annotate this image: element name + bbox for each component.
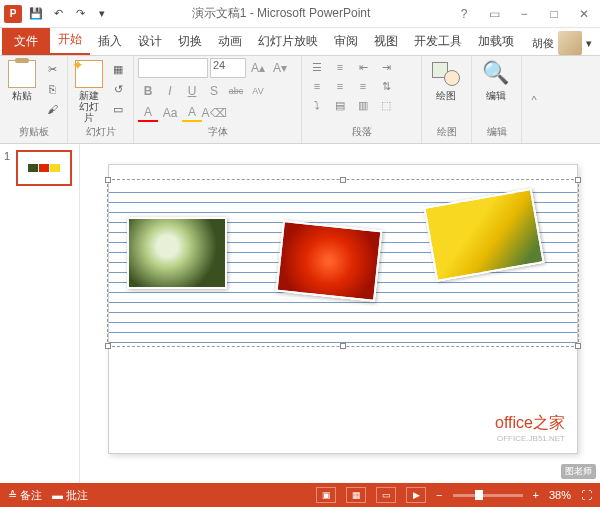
tab-animations[interactable]: 动画 xyxy=(210,28,250,55)
group-clipboard: 粘贴 ✂ ⎘ 🖌 剪贴板 xyxy=(0,56,68,143)
zoom-thumb[interactable] xyxy=(475,490,483,500)
notes-button[interactable]: ≙ 备注 xyxy=(8,488,42,503)
layout-icon[interactable]: ▦ xyxy=(109,60,127,78)
tab-addins[interactable]: 加载项 xyxy=(470,28,522,55)
text-direction-icon[interactable]: ⤵ xyxy=(306,96,328,114)
clear-format-icon[interactable]: A⌫ xyxy=(204,104,224,122)
group-label: 剪贴板 xyxy=(4,125,63,141)
italic-button[interactable]: I xyxy=(160,82,180,100)
resize-handle[interactable] xyxy=(105,177,111,183)
reading-view-icon[interactable]: ▭ xyxy=(376,487,396,503)
sorter-view-icon[interactable]: ▦ xyxy=(346,487,366,503)
change-case-button[interactable]: Aa xyxy=(160,104,180,122)
indent-dec-icon[interactable]: ⇤ xyxy=(352,58,374,76)
underline-button[interactable]: U xyxy=(182,82,202,100)
zoom-in-button[interactable]: + xyxy=(533,489,539,501)
shapes-button[interactable]: 绘图 xyxy=(426,58,466,103)
line-spacing-icon[interactable]: ⇅ xyxy=(375,77,397,95)
bullets-icon[interactable]: ☰ xyxy=(306,58,328,76)
zoom-value[interactable]: 38% xyxy=(549,489,571,501)
title-bar: P 💾 ↶ ↷ ▾ 演示文稿1 - Microsoft PowerPoint ?… xyxy=(0,0,600,28)
close-icon[interactable]: ✕ xyxy=(572,4,596,24)
minimize-icon[interactable]: − xyxy=(512,4,536,24)
group-label: 段落 xyxy=(306,125,417,141)
zoom-out-button[interactable]: − xyxy=(436,489,442,501)
watermark-text: office之家 xyxy=(495,413,565,434)
tab-design[interactable]: 设计 xyxy=(130,28,170,55)
format-painter-icon[interactable]: 🖌 xyxy=(43,100,61,118)
reset-icon[interactable]: ↺ xyxy=(109,80,127,98)
normal-view-icon[interactable]: ▣ xyxy=(316,487,336,503)
indent-inc-icon[interactable]: ⇥ xyxy=(375,58,397,76)
shrink-font-icon[interactable]: A▾ xyxy=(270,59,290,77)
workspace: 1 office之家 OFFICE.JB51.N xyxy=(0,144,600,483)
thumb-pic-icon xyxy=(39,164,49,172)
font-size-select[interactable]: 24 xyxy=(210,58,246,78)
zoom-slider[interactable] xyxy=(453,494,523,497)
section-icon[interactable]: ▭ xyxy=(109,100,127,118)
align-text-icon[interactable]: ▤ xyxy=(329,96,351,114)
qat-dropdown-icon[interactable]: ▾ xyxy=(94,6,110,22)
user-area[interactable]: 胡俊 ▾ xyxy=(532,31,598,55)
bold-button[interactable]: B xyxy=(138,82,158,100)
grow-font-icon[interactable]: A▴ xyxy=(248,59,268,77)
spacing-button[interactable]: AV xyxy=(248,82,268,100)
font-family-select[interactable] xyxy=(138,58,208,78)
save-icon[interactable]: 💾 xyxy=(28,6,44,22)
copy-icon[interactable]: ⎘ xyxy=(43,80,61,98)
smartart-icon[interactable]: ⬚ xyxy=(375,96,397,114)
comments-button[interactable]: ▬ 批注 xyxy=(52,488,88,503)
thumbnail-row[interactable]: 1 xyxy=(4,150,75,186)
slide-panel[interactable]: 1 xyxy=(0,144,80,483)
collapse-ribbon-icon[interactable]: ^ xyxy=(522,56,546,143)
resize-handle[interactable] xyxy=(340,177,346,183)
tab-file[interactable]: 文件 xyxy=(2,28,50,55)
highlight-button[interactable]: A xyxy=(182,104,202,122)
resize-handle[interactable] xyxy=(340,343,346,349)
tab-slideshow[interactable]: 幻灯片放映 xyxy=(250,28,326,55)
shadow-button[interactable]: S xyxy=(204,82,224,100)
align-left-icon[interactable]: ≡ xyxy=(306,77,328,95)
thumb-pic-icon xyxy=(28,164,38,172)
slide-thumbnail[interactable] xyxy=(16,150,72,186)
user-dropdown-icon[interactable]: ▾ xyxy=(586,37,592,50)
tab-transitions[interactable]: 切换 xyxy=(170,28,210,55)
columns-icon[interactable]: ▥ xyxy=(352,96,374,114)
slideshow-view-icon[interactable]: ▶ xyxy=(406,487,426,503)
numbering-icon[interactable]: ≡ xyxy=(329,58,351,76)
slide[interactable]: office之家 OFFICE.JB51.NET xyxy=(108,164,578,454)
fit-window-icon[interactable]: ⛶ xyxy=(581,489,592,501)
paste-button[interactable]: 粘贴 xyxy=(4,58,39,103)
undo-icon[interactable]: ↶ xyxy=(50,6,66,22)
picture-red-flower[interactable] xyxy=(276,220,383,302)
app-logo-icon: P xyxy=(4,5,22,23)
ribbon: 粘贴 ✂ ⎘ 🖌 剪贴板 新建 幻灯片 ▦ ↺ ▭ 幻灯片 xyxy=(0,56,600,144)
picture-hydrangea[interactable] xyxy=(127,217,227,289)
display-options-icon[interactable]: ▭ xyxy=(482,4,506,24)
slide-canvas[interactable]: office之家 OFFICE.JB51.NET 图老师 xyxy=(80,144,600,483)
tab-insert[interactable]: 插入 xyxy=(90,28,130,55)
group-label: 字体 xyxy=(138,125,297,141)
window-title: 演示文稿1 - Microsoft PowerPoint xyxy=(110,5,452,22)
avatar[interactable] xyxy=(558,31,582,55)
tab-view[interactable]: 视图 xyxy=(366,28,406,55)
new-slide-button[interactable]: 新建 幻灯片 xyxy=(72,58,105,125)
help-icon[interactable]: ? xyxy=(452,4,476,24)
font-color-button[interactable]: A xyxy=(138,104,158,122)
maximize-icon[interactable]: □ xyxy=(542,4,566,24)
redo-icon[interactable]: ↷ xyxy=(72,6,88,22)
tab-review[interactable]: 审阅 xyxy=(326,28,366,55)
align-center-icon[interactable]: ≡ xyxy=(329,77,351,95)
find-button[interactable]: 🔍 编辑 xyxy=(476,58,516,103)
strike-button[interactable]: abc xyxy=(226,82,246,100)
ribbon-tabs: 文件 开始 插入 设计 切换 动画 幻灯片放映 审阅 视图 开发工具 加载项 胡… xyxy=(0,28,600,56)
align-right-icon[interactable]: ≡ xyxy=(352,77,374,95)
resize-handle[interactable] xyxy=(105,343,111,349)
cut-icon[interactable]: ✂ xyxy=(43,60,61,78)
resize-handle[interactable] xyxy=(575,343,581,349)
watermark-url: OFFICE.JB51.NET xyxy=(495,434,565,443)
tab-developer[interactable]: 开发工具 xyxy=(406,28,470,55)
resize-handle[interactable] xyxy=(575,177,581,183)
group-drawing: 绘图 绘图 xyxy=(422,56,472,143)
tab-home[interactable]: 开始 xyxy=(50,26,90,55)
